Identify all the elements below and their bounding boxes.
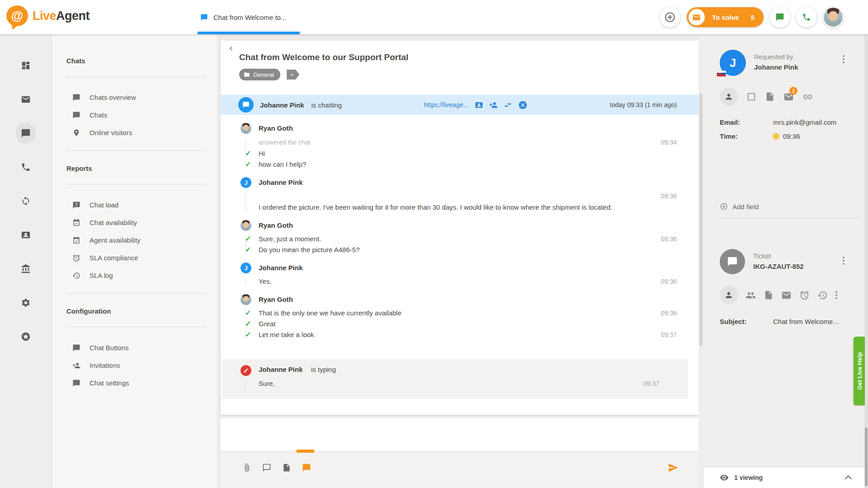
rail-item-rewards[interactable] <box>15 326 36 347</box>
start-chat-button[interactable] <box>769 7 790 28</box>
phone-icon <box>21 162 31 172</box>
visitor-avatar: J <box>241 263 251 273</box>
to-solve-button[interactable]: To solve 5 <box>687 7 764 27</box>
typing-author: Johanne Pink <box>259 366 303 373</box>
to-solve-count: 5 <box>751 14 755 21</box>
ticket-menu-button[interactable] <box>843 257 844 265</box>
message-input[interactable] <box>221 418 698 451</box>
invite-agent-icon[interactable] <box>489 101 498 109</box>
agent-avatar <box>241 123 251 134</box>
rail-item-company[interactable] <box>15 258 36 279</box>
sidebar-item-chats[interactable]: Chats <box>52 106 217 124</box>
close-chat-icon[interactable] <box>518 100 528 110</box>
back-button[interactable] <box>227 44 235 52</box>
message-author: Johanne Pink <box>259 263 698 273</box>
details-scrollbar[interactable] <box>864 34 868 488</box>
scrollbar-thumb[interactable] <box>865 427 868 486</box>
sidebar-item-chats-overview[interactable]: Chats overview <box>52 89 217 106</box>
rail-item-contacts[interactable] <box>15 225 36 245</box>
message-text: Great <box>259 320 276 328</box>
get-live-help-ribbon[interactable]: Get Live Help <box>854 337 865 405</box>
ticket-id: IKG-AZAUT-852 <box>753 263 804 270</box>
sidebar-item-chat-availability[interactable]: Chat availability <box>52 214 217 231</box>
time-field-row: Time: 09:36 <box>720 132 856 140</box>
chat-icon <box>775 13 784 22</box>
department-tag[interactable]: General <box>239 69 280 80</box>
ticket-notes-tab-button[interactable] <box>764 290 774 300</box>
ticket-people-tab-button[interactable] <box>745 290 756 300</box>
rail-item-chats[interactable] <box>15 123 36 144</box>
sidebar-item-chat-settings[interactable]: Chat settings <box>52 374 217 392</box>
user-avatar[interactable] <box>823 7 844 28</box>
open-ticket-tab[interactable]: Chat from Welcome to... <box>198 0 300 34</box>
time-label: Time: <box>720 132 773 140</box>
viewing-bar[interactable]: 1 viewing <box>703 467 868 488</box>
typing-time: 09:37 <box>643 378 659 389</box>
link-icon <box>802 92 813 102</box>
to-solve-label: To solve <box>712 14 739 21</box>
mail-icon <box>21 94 31 104</box>
chat-icon <box>200 14 208 21</box>
start-call-button[interactable] <box>796 7 817 28</box>
gear-icon <box>21 298 31 308</box>
sidebar-item-sla-log[interactable]: SLA log <box>52 267 217 284</box>
subject-label: Subject: <box>720 318 773 325</box>
ticket-avatar <box>720 249 745 274</box>
person-circle-icon <box>724 92 733 101</box>
chevron-up-icon[interactable] <box>845 475 852 482</box>
window-icon <box>746 92 756 102</box>
ticket-mail-tab-button[interactable] <box>781 290 792 300</box>
ticket-history-tab-button[interactable] <box>817 290 828 300</box>
transfer-chat-icon[interactable] <box>504 101 512 109</box>
message-time: 09:34 <box>661 136 677 148</box>
mail-icon <box>781 290 792 300</box>
chat-icon <box>72 344 80 352</box>
message-time: 09:36 <box>661 276 677 287</box>
ticket-more-tabs-button[interactable] <box>835 291 837 299</box>
typing-state: is typing <box>311 366 336 373</box>
sidebar-item-chat-load[interactable]: Chat load <box>52 196 217 214</box>
message-text: Hi <box>259 150 265 157</box>
rail-item-reports[interactable] <box>15 191 36 211</box>
tab-label: Chat from Welcome to... <box>213 14 286 21</box>
requester-menu-button[interactable] <box>843 55 844 63</box>
contact-tab-button[interactable] <box>720 88 738 106</box>
document-icon <box>764 290 774 300</box>
notes-file-icon[interactable] <box>282 463 291 472</box>
rail-item-dashboard[interactable] <box>15 55 36 76</box>
message-time: 09:36 <box>661 234 677 244</box>
sidebar-item-agent-availability[interactable]: Agent availability <box>52 231 217 249</box>
add-tag-button[interactable] <box>287 70 299 80</box>
sidebar-item-sla-compliance[interactable]: SLA compliance <box>52 249 217 267</box>
rail-item-calls[interactable] <box>15 157 36 178</box>
ticket-sla-tab-button[interactable] <box>799 290 810 300</box>
rail-item-settings[interactable] <box>15 292 36 313</box>
scrollbar-thumb[interactable] <box>699 93 703 346</box>
tickets-tab-button[interactable] <box>765 92 775 102</box>
send-icon[interactable] <box>668 462 679 473</box>
attach-file-icon[interactable] <box>242 463 251 472</box>
email-value: mrs.pink@gmail.com <box>773 118 836 126</box>
visitor-details-icon[interactable] <box>475 101 483 109</box>
sidebar-item-chat-buttons[interactable]: Chat Buttons <box>52 339 217 357</box>
chat-reply-tab-icon[interactable] <box>302 463 311 472</box>
logo-at: @ <box>11 9 23 23</box>
liveagent-logo[interactable]: @ LiveAgent <box>6 5 90 26</box>
sidebar-item-online-visitors[interactable]: Online visitors <box>52 124 217 141</box>
rail-item-tickets[interactable] <box>15 89 36 110</box>
add-field-button[interactable]: Add field <box>720 202 856 211</box>
mail-tab-button[interactable]: 1 <box>783 92 794 102</box>
ticket-tabs <box>720 286 856 304</box>
ticket-contact-tab-button[interactable] <box>720 286 738 304</box>
email-field-row: Email: mrs.pink@gmail.com <box>720 118 856 126</box>
comment-outline-icon[interactable] <box>262 463 271 472</box>
sidebar-item-invitations[interactable]: Invitations <box>52 357 217 374</box>
message-time: 09:36 <box>661 191 677 202</box>
composer-toolbar <box>221 451 698 488</box>
add-new-button[interactable] <box>660 7 680 28</box>
link-tab-button[interactable] <box>802 92 813 102</box>
eye-icon <box>720 473 729 482</box>
visitor-page-link[interactable]: https://liveage... <box>424 101 468 108</box>
chat-scrollbar[interactable] <box>698 34 703 488</box>
browsing-tab-button[interactable] <box>746 92 756 102</box>
